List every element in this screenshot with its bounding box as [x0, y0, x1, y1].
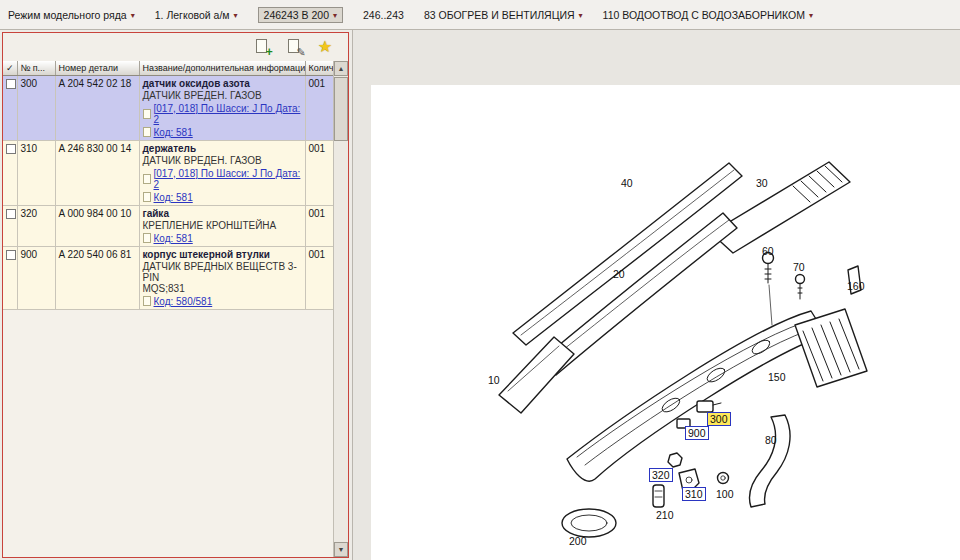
part-row[interactable]: 320A 000 984 00 10гайкаКРЕПЛЕНИЕ КРОНШТЕ… — [3, 205, 333, 246]
footnote-link[interactable]: [017, 018] По Шасси: J По Дата: 2 — [154, 168, 302, 190]
add-document-icon[interactable]: + — [254, 38, 272, 56]
favorites-star-icon[interactable]: ★ — [318, 38, 332, 56]
scrollbar-thumb[interactable] — [334, 77, 348, 141]
vertical-scrollbar[interactable]: ▲ ▼ — [333, 61, 348, 557]
diagram-part-label[interactable]: 30 — [756, 177, 768, 189]
row-checkbox[interactable] — [6, 144, 16, 154]
diagram-part-label[interactable]: 310 — [682, 487, 706, 501]
column-header[interactable]: Колич... — [305, 61, 333, 75]
footnote-row: [017, 018] По Шасси: J По Дата: 2 — [143, 168, 302, 190]
footnote-row: Код: 581 — [143, 233, 302, 244]
part-position: 310 — [17, 140, 55, 205]
part-row[interactable]: 300A 204 542 02 18датчик оксидов азотаДА… — [3, 75, 333, 140]
toolbar-dropdown[interactable]: 246..243 — [363, 9, 404, 21]
toolbar-dropdown-label: 246..243 — [363, 9, 404, 21]
diagram-part-320-shape — [668, 453, 682, 467]
diagram-part-210-shape — [653, 485, 664, 507]
diagram-part-label[interactable]: 320 — [649, 468, 673, 482]
footnote-row: Код: 580/581 — [143, 296, 302, 307]
toolbar-dropdown[interactable]: 83 ОБОГРЕВ И ВЕНТИЛЯЦИЯ▾ — [424, 9, 583, 21]
row-checkbox[interactable] — [6, 79, 16, 89]
toolbar-dropdown-label: Режим модельного ряда — [8, 9, 127, 21]
part-position: 320 — [17, 205, 55, 246]
diagram-part-100-shape — [718, 473, 729, 484]
part-quantity: 001 — [305, 140, 333, 205]
part-row[interactable]: 900A 220 540 06 81корпус штекерной втулк… — [3, 246, 333, 309]
top-toolbar: Режим модельного ряда▾1. Легковой а/м▾24… — [0, 0, 960, 30]
edit-document-icon[interactable]: ✎ — [286, 38, 304, 56]
part-position: 300 — [17, 75, 55, 140]
diagram-panel: 4030206070160150103009008032031010021020… — [352, 30, 960, 560]
diagram-part-label[interactable]: 60 — [762, 245, 774, 257]
toolbar-dropdown[interactable]: 246243 В 200▾ — [258, 7, 343, 23]
diagram-part-label[interactable]: 80 — [765, 434, 777, 446]
parts-table-body: 300A 204 542 02 18датчик оксидов азотаДА… — [3, 75, 333, 309]
parts-table-header-row: ✓№ п...Номер деталиНазвание/дополнительн… — [3, 61, 333, 75]
document-icon — [143, 174, 151, 184]
column-header[interactable]: Номер детали — [55, 61, 139, 75]
part-row[interactable]: 310A 246 830 00 14держательДАТЧИК ВРЕДЕН… — [3, 140, 333, 205]
footnote-row: [017, 018] По Шасси: J По Дата: 2 — [143, 103, 302, 125]
part-description: MQS;831 — [143, 283, 302, 294]
parts-toolbar: + ✎ ★ — [3, 33, 348, 61]
diagram-part-label[interactable]: 10 — [488, 374, 500, 386]
toolbar-dropdown[interactable]: 110 ВОДООТВОД С ВОДОЗАБОРНИКОМ▾ — [603, 9, 813, 21]
parts-list-panel: + ✎ ★ ✓№ п...Номер деталиНазвание/дополн… — [2, 32, 349, 558]
footnote-link[interactable]: Код: 581 — [154, 127, 193, 138]
diagram-part-label[interactable]: 210 — [656, 509, 674, 521]
diagram-part-label[interactable]: 200 — [569, 535, 587, 547]
footnote-link[interactable]: Код: 581 — [154, 233, 193, 244]
toolbar-dropdown-label: 110 ВОДООТВОД С ВОДОЗАБОРНИКОМ — [603, 9, 805, 21]
part-description: ДАТЧИК ВРЕДНЫХ ВЕЩЕСТВ 3-PIN — [143, 261, 302, 283]
document-icon — [143, 127, 151, 137]
part-number: A 246 830 00 14 — [55, 140, 139, 205]
pencil-glyph: ✎ — [296, 47, 305, 58]
diagram-part-label[interactable]: 70 — [793, 261, 805, 273]
chevron-down-icon: ▾ — [333, 10, 337, 20]
chevron-down-icon: ▾ — [809, 10, 813, 20]
row-checkbox[interactable] — [6, 250, 16, 260]
part-name: корпус штекерной втулки — [143, 249, 302, 261]
part-info-cell: корпус штекерной втулкиДАТЧИК ВРЕДНЫХ ВЕ… — [139, 246, 305, 309]
footnote-link[interactable]: Код: 581 — [154, 192, 193, 203]
part-quantity: 001 — [305, 75, 333, 140]
scroll-up-icon[interactable]: ▲ — [334, 61, 348, 76]
footnote-link[interactable]: [017, 018] По Шасси: J По Дата: 2 — [154, 103, 302, 125]
diagram-part-label[interactable]: 150 — [768, 371, 786, 383]
row-checkbox[interactable] — [6, 209, 16, 219]
diagram-part-200-shape — [562, 509, 616, 537]
exploded-parts-drawing — [371, 85, 960, 560]
part-info-cell: гайкаКРЕПЛЕНИЕ КРОНШТЕЙНАКод: 581 — [139, 205, 305, 246]
diagram-part-label[interactable]: 100 — [716, 488, 734, 500]
part-description: ДАТЧИК ВРЕДЕН. ГАЗОВ — [143, 155, 302, 166]
diagram-part-10-shape — [499, 337, 574, 413]
scroll-down-icon[interactable]: ▼ — [334, 542, 348, 557]
column-header[interactable]: ✓ — [3, 61, 17, 75]
diagram-part-label[interactable]: 900 — [685, 426, 709, 440]
footnote-row: Код: 581 — [143, 127, 302, 138]
parts-table: ✓№ п...Номер деталиНазвание/дополнительн… — [3, 61, 333, 557]
document-icon — [143, 296, 151, 306]
toolbar-dropdown[interactable]: Режим модельного ряда▾ — [8, 9, 135, 21]
part-number: A 220 540 06 81 — [55, 246, 139, 309]
diagram-area: 4030206070160150103009008032031010021020… — [371, 85, 960, 560]
part-number: A 204 542 02 18 — [55, 75, 139, 140]
part-number: A 000 984 00 10 — [55, 205, 139, 246]
toolbar-dropdown-label: 246243 В 200 — [264, 9, 329, 21]
document-icon — [143, 192, 151, 202]
chevron-down-icon: ▾ — [579, 10, 583, 20]
footnote-link[interactable]: Код: 580/581 — [154, 296, 213, 307]
diagram-part-label[interactable]: 20 — [613, 268, 625, 280]
part-position: 900 — [17, 246, 55, 309]
document-icon — [143, 109, 151, 119]
diagram-part-label[interactable]: 300 — [707, 412, 731, 426]
toolbar-dropdown[interactable]: 1. Легковой а/м▾ — [155, 9, 238, 21]
column-header[interactable]: № п... — [17, 61, 55, 75]
footnote-row: Код: 581 — [143, 192, 302, 203]
diagram-part-label[interactable]: 160 — [847, 280, 865, 292]
part-description: ДАТЧИК ВРЕДЕН. ГАЗОВ — [143, 90, 302, 101]
diagram-main-assembly-shape — [567, 311, 826, 481]
part-name: датчик оксидов азота — [143, 78, 302, 90]
diagram-part-label[interactable]: 40 — [621, 177, 633, 189]
column-header[interactable]: Название/дополнительная информация — [139, 61, 305, 75]
